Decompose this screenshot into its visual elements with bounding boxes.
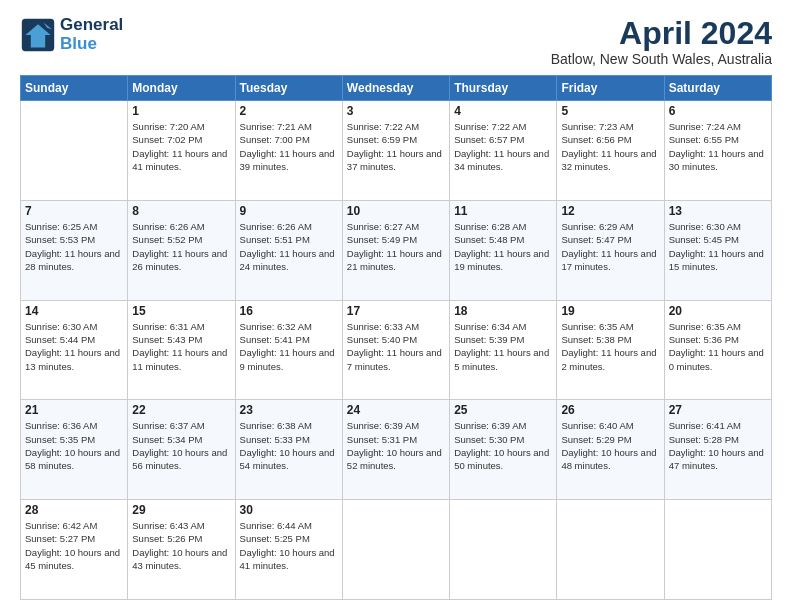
day-number: 21 xyxy=(25,403,123,417)
calendar-cell: 24Sunrise: 6:39 AMSunset: 5:31 PMDayligh… xyxy=(342,400,449,500)
day-number: 23 xyxy=(240,403,338,417)
calendar-cell: 25Sunrise: 6:39 AMSunset: 5:30 PMDayligh… xyxy=(450,400,557,500)
calendar-header-row: SundayMondayTuesdayWednesdayThursdayFrid… xyxy=(21,76,772,101)
calendar-week-row: 28Sunrise: 6:42 AMSunset: 5:27 PMDayligh… xyxy=(21,500,772,600)
title-block: April 2024 Batlow, New South Wales, Aust… xyxy=(551,16,772,67)
day-number: 9 xyxy=(240,204,338,218)
calendar-cell: 17Sunrise: 6:33 AMSunset: 5:40 PMDayligh… xyxy=(342,300,449,400)
calendar-cell: 14Sunrise: 6:30 AMSunset: 5:44 PMDayligh… xyxy=(21,300,128,400)
day-info: Sunrise: 6:32 AMSunset: 5:41 PMDaylight:… xyxy=(240,320,338,373)
day-of-week-header: Monday xyxy=(128,76,235,101)
day-of-week-header: Thursday xyxy=(450,76,557,101)
main-title: April 2024 xyxy=(551,16,772,51)
calendar-cell: 8Sunrise: 6:26 AMSunset: 5:52 PMDaylight… xyxy=(128,200,235,300)
calendar-cell: 13Sunrise: 6:30 AMSunset: 5:45 PMDayligh… xyxy=(664,200,771,300)
day-number: 19 xyxy=(561,304,659,318)
calendar-cell: 7Sunrise: 6:25 AMSunset: 5:53 PMDaylight… xyxy=(21,200,128,300)
calendar-table: SundayMondayTuesdayWednesdayThursdayFrid… xyxy=(20,75,772,600)
calendar-cell xyxy=(664,500,771,600)
day-info: Sunrise: 6:35 AMSunset: 5:38 PMDaylight:… xyxy=(561,320,659,373)
header: General Blue April 2024 Batlow, New Sout… xyxy=(20,16,772,67)
calendar-cell: 20Sunrise: 6:35 AMSunset: 5:36 PMDayligh… xyxy=(664,300,771,400)
calendar-cell: 22Sunrise: 6:37 AMSunset: 5:34 PMDayligh… xyxy=(128,400,235,500)
day-info: Sunrise: 6:44 AMSunset: 5:25 PMDaylight:… xyxy=(240,519,338,572)
day-info: Sunrise: 6:35 AMSunset: 5:36 PMDaylight:… xyxy=(669,320,767,373)
calendar-cell: 12Sunrise: 6:29 AMSunset: 5:47 PMDayligh… xyxy=(557,200,664,300)
day-info: Sunrise: 6:26 AMSunset: 5:52 PMDaylight:… xyxy=(132,220,230,273)
calendar-cell: 6Sunrise: 7:24 AMSunset: 6:55 PMDaylight… xyxy=(664,101,771,201)
calendar-cell: 26Sunrise: 6:40 AMSunset: 5:29 PMDayligh… xyxy=(557,400,664,500)
calendar-cell: 10Sunrise: 6:27 AMSunset: 5:49 PMDayligh… xyxy=(342,200,449,300)
logo-blue-text: Blue xyxy=(60,35,123,54)
day-info: Sunrise: 7:23 AMSunset: 6:56 PMDaylight:… xyxy=(561,120,659,173)
day-of-week-header: Wednesday xyxy=(342,76,449,101)
day-info: Sunrise: 7:21 AMSunset: 7:00 PMDaylight:… xyxy=(240,120,338,173)
day-of-week-header: Sunday xyxy=(21,76,128,101)
calendar-cell: 27Sunrise: 6:41 AMSunset: 5:28 PMDayligh… xyxy=(664,400,771,500)
day-number: 15 xyxy=(132,304,230,318)
calendar-cell: 30Sunrise: 6:44 AMSunset: 5:25 PMDayligh… xyxy=(235,500,342,600)
day-number: 12 xyxy=(561,204,659,218)
day-number: 4 xyxy=(454,104,552,118)
logo-general-text: General xyxy=(60,16,123,35)
day-info: Sunrise: 6:39 AMSunset: 5:31 PMDaylight:… xyxy=(347,419,445,472)
calendar-week-row: 1Sunrise: 7:20 AMSunset: 7:02 PMDaylight… xyxy=(21,101,772,201)
subtitle: Batlow, New South Wales, Australia xyxy=(551,51,772,67)
day-number: 29 xyxy=(132,503,230,517)
day-info: Sunrise: 6:30 AMSunset: 5:45 PMDaylight:… xyxy=(669,220,767,273)
day-info: Sunrise: 7:22 AMSunset: 6:57 PMDaylight:… xyxy=(454,120,552,173)
logo-label: General Blue xyxy=(60,16,123,53)
calendar-cell xyxy=(21,101,128,201)
day-info: Sunrise: 6:25 AMSunset: 5:53 PMDaylight:… xyxy=(25,220,123,273)
day-info: Sunrise: 6:37 AMSunset: 5:34 PMDaylight:… xyxy=(132,419,230,472)
day-info: Sunrise: 6:34 AMSunset: 5:39 PMDaylight:… xyxy=(454,320,552,373)
calendar-week-row: 21Sunrise: 6:36 AMSunset: 5:35 PMDayligh… xyxy=(21,400,772,500)
calendar-week-row: 7Sunrise: 6:25 AMSunset: 5:53 PMDaylight… xyxy=(21,200,772,300)
day-number: 20 xyxy=(669,304,767,318)
calendar-cell: 29Sunrise: 6:43 AMSunset: 5:26 PMDayligh… xyxy=(128,500,235,600)
day-number: 7 xyxy=(25,204,123,218)
day-info: Sunrise: 7:22 AMSunset: 6:59 PMDaylight:… xyxy=(347,120,445,173)
day-number: 14 xyxy=(25,304,123,318)
logo: General Blue xyxy=(20,16,123,53)
day-info: Sunrise: 6:27 AMSunset: 5:49 PMDaylight:… xyxy=(347,220,445,273)
day-number: 1 xyxy=(132,104,230,118)
calendar-cell: 21Sunrise: 6:36 AMSunset: 5:35 PMDayligh… xyxy=(21,400,128,500)
day-of-week-header: Saturday xyxy=(664,76,771,101)
day-number: 22 xyxy=(132,403,230,417)
calendar-cell: 28Sunrise: 6:42 AMSunset: 5:27 PMDayligh… xyxy=(21,500,128,600)
day-info: Sunrise: 6:36 AMSunset: 5:35 PMDaylight:… xyxy=(25,419,123,472)
page: General Blue April 2024 Batlow, New Sout… xyxy=(0,0,792,612)
day-info: Sunrise: 6:42 AMSunset: 5:27 PMDaylight:… xyxy=(25,519,123,572)
day-of-week-header: Friday xyxy=(557,76,664,101)
day-number: 10 xyxy=(347,204,445,218)
calendar-cell: 18Sunrise: 6:34 AMSunset: 5:39 PMDayligh… xyxy=(450,300,557,400)
day-info: Sunrise: 6:41 AMSunset: 5:28 PMDaylight:… xyxy=(669,419,767,472)
calendar-cell: 11Sunrise: 6:28 AMSunset: 5:48 PMDayligh… xyxy=(450,200,557,300)
calendar-cell xyxy=(557,500,664,600)
day-info: Sunrise: 7:20 AMSunset: 7:02 PMDaylight:… xyxy=(132,120,230,173)
day-number: 30 xyxy=(240,503,338,517)
day-number: 27 xyxy=(669,403,767,417)
calendar-cell: 3Sunrise: 7:22 AMSunset: 6:59 PMDaylight… xyxy=(342,101,449,201)
day-number: 17 xyxy=(347,304,445,318)
day-number: 16 xyxy=(240,304,338,318)
day-number: 3 xyxy=(347,104,445,118)
calendar-cell: 15Sunrise: 6:31 AMSunset: 5:43 PMDayligh… xyxy=(128,300,235,400)
day-number: 25 xyxy=(454,403,552,417)
calendar-cell: 1Sunrise: 7:20 AMSunset: 7:02 PMDaylight… xyxy=(128,101,235,201)
day-number: 26 xyxy=(561,403,659,417)
day-number: 24 xyxy=(347,403,445,417)
day-number: 13 xyxy=(669,204,767,218)
day-info: Sunrise: 6:30 AMSunset: 5:44 PMDaylight:… xyxy=(25,320,123,373)
day-info: Sunrise: 6:39 AMSunset: 5:30 PMDaylight:… xyxy=(454,419,552,472)
calendar-cell: 5Sunrise: 7:23 AMSunset: 6:56 PMDaylight… xyxy=(557,101,664,201)
day-number: 28 xyxy=(25,503,123,517)
day-info: Sunrise: 6:28 AMSunset: 5:48 PMDaylight:… xyxy=(454,220,552,273)
day-info: Sunrise: 6:31 AMSunset: 5:43 PMDaylight:… xyxy=(132,320,230,373)
day-of-week-header: Tuesday xyxy=(235,76,342,101)
calendar-cell: 23Sunrise: 6:38 AMSunset: 5:33 PMDayligh… xyxy=(235,400,342,500)
calendar-cell xyxy=(342,500,449,600)
calendar-week-row: 14Sunrise: 6:30 AMSunset: 5:44 PMDayligh… xyxy=(21,300,772,400)
calendar-cell xyxy=(450,500,557,600)
